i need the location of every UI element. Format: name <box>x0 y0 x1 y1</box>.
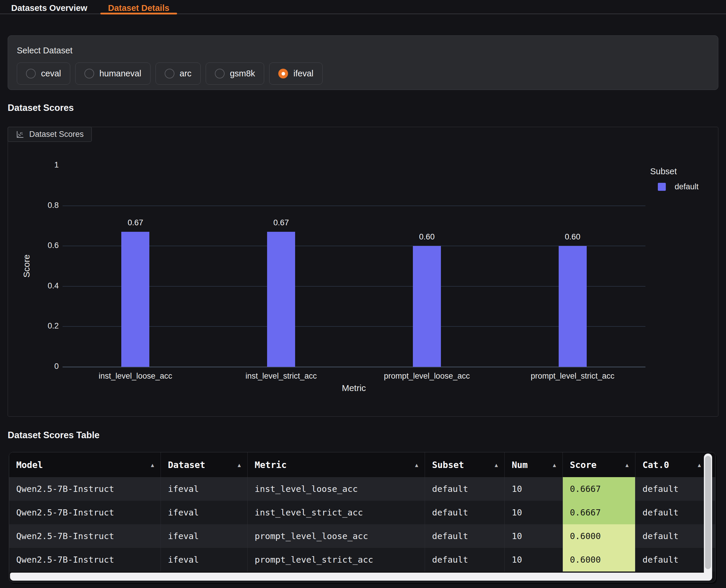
legend-item-default[interactable]: default <box>650 182 699 191</box>
column-header-label: Subset <box>432 460 464 470</box>
radio-indicator <box>165 69 175 79</box>
radio-indicator <box>215 69 225 79</box>
cell-dataset[interactable]: ifeval <box>161 548 248 571</box>
column-header-cat0[interactable]: Cat.0 ▲ <box>636 453 707 477</box>
table-row: Qwen2.5-7B-Instruct ifeval inst_level_lo… <box>9 477 715 501</box>
radio-label: ifeval <box>294 69 314 79</box>
table-row: Qwen2.5-7B-Instruct ifeval prompt_level_… <box>9 548 715 571</box>
cell-subset[interactable]: default <box>425 501 505 524</box>
sort-icon[interactable]: ▲ <box>238 462 241 468</box>
cell-metric[interactable]: inst_level_loose_acc <box>248 477 425 501</box>
radio-option-ceval[interactable]: ceval <box>17 63 70 85</box>
column-header-metric[interactable]: Metric ▲ <box>248 453 425 477</box>
cell-dataset[interactable]: ifeval <box>161 501 248 524</box>
cell-subset[interactable]: default <box>425 548 505 571</box>
dataset-scores-heading: Dataset Scores <box>8 103 74 113</box>
dataset-scores-chart-panel: 00.20.40.60.810.67inst_level_loose_acc0.… <box>8 127 718 417</box>
sort-icon[interactable]: ▲ <box>553 462 556 468</box>
sort-icon[interactable]: ▲ <box>625 462 629 468</box>
radio-option-arc[interactable]: arc <box>156 63 201 85</box>
cell-subset[interactable]: default <box>425 524 505 548</box>
bar-prompt_level_strict_acc[interactable] <box>559 246 587 367</box>
x-axis-tick-label: prompt_level_loose_acc <box>384 372 470 381</box>
chart-panel-label-text: Dataset Scores <box>29 130 84 139</box>
sort-icon[interactable]: ▲ <box>698 462 701 468</box>
cell-score[interactable]: 0.6667 <box>563 501 636 524</box>
cell-cat0[interactable]: default <box>636 524 707 548</box>
cell-subset[interactable]: default <box>425 477 505 501</box>
cell-cat0[interactable]: default <box>636 477 707 501</box>
radio-indicator <box>84 69 94 79</box>
cell-cat0[interactable]: default <box>636 548 707 571</box>
table-row: Qwen2.5-7B-Instruct ifeval inst_level_st… <box>9 501 715 524</box>
column-header-label: Num <box>512 460 528 470</box>
chart-panel-label: Dataset Scores <box>8 127 92 142</box>
cell-score[interactable]: 0.6000 <box>563 524 636 548</box>
vertical-scrollbar[interactable] <box>704 454 712 581</box>
cell-metric[interactable]: inst_level_strict_acc <box>248 501 425 524</box>
x-axis-title: Metric <box>342 383 366 393</box>
y-axis-tick-label: 0.2 <box>12 321 59 331</box>
x-axis-tick-label: inst_level_strict_acc <box>245 372 317 381</box>
chart-legend: Subset default <box>650 167 699 191</box>
bar-value-label: 0.60 <box>419 232 435 241</box>
horizontal-scrollbar[interactable] <box>10 573 712 581</box>
cell-num[interactable]: 10 <box>505 548 563 571</box>
tab-datasets-overview[interactable]: Datasets Overview <box>3 0 95 14</box>
y-axis-tick-label: 0.8 <box>12 201 59 210</box>
radio-indicator <box>26 69 36 79</box>
x-axis-tick-label: prompt_level_strict_acc <box>531 372 614 381</box>
cell-num[interactable]: 10 <box>505 524 563 548</box>
chart-plot-area: 00.20.40.60.810.67inst_level_loose_acc0.… <box>8 127 718 416</box>
sort-icon[interactable]: ▲ <box>415 462 418 468</box>
bar-inst_level_loose_acc[interactable] <box>121 232 149 367</box>
tab-dataset-details[interactable]: Dataset Details <box>100 0 177 14</box>
y-axis-tick-label: 1 <box>12 161 59 170</box>
bar-value-label: 0.60 <box>565 232 581 241</box>
column-header-model[interactable]: Model ▲ <box>9 453 161 477</box>
bar-prompt_level_loose_acc[interactable] <box>413 246 441 367</box>
column-header-score[interactable]: Score ▲ <box>563 453 636 477</box>
y-axis-tick-label: 0 <box>12 362 59 371</box>
select-dataset-panel: Select Dataset ceval humaneval arc gsm8k… <box>8 35 718 90</box>
cell-num[interactable]: 10 <box>505 477 563 501</box>
column-header-subset[interactable]: Subset ▲ <box>425 453 505 477</box>
column-header-dataset[interactable]: Dataset ▲ <box>161 453 248 477</box>
legend-swatch <box>658 183 666 191</box>
radio-option-humaneval[interactable]: humaneval <box>75 63 150 85</box>
gridline <box>63 326 645 327</box>
column-header-label: Dataset <box>168 460 205 470</box>
cell-score[interactable]: 0.6667 <box>563 477 636 501</box>
cell-num[interactable]: 10 <box>505 501 563 524</box>
gridline <box>63 246 645 246</box>
radio-option-ifeval[interactable]: ifeval <box>269 63 323 85</box>
vertical-scrollbar-thumb[interactable] <box>705 456 711 569</box>
sort-icon[interactable]: ▲ <box>151 462 154 468</box>
radio-label: ceval <box>41 69 61 79</box>
table-row: Qwen2.5-7B-Instruct ifeval prompt_level_… <box>9 524 715 548</box>
cell-model[interactable]: Qwen2.5-7B-Instruct <box>9 501 161 524</box>
cell-model[interactable]: Qwen2.5-7B-Instruct <box>9 477 161 501</box>
dataset-radio-group: ceval humaneval arc gsm8k ifeval <box>17 63 710 85</box>
gridline <box>63 206 645 206</box>
radio-option-gsm8k[interactable]: gsm8k <box>206 63 264 85</box>
dataset-scores-table: Model ▲ Dataset ▲ Metric ▲ Subset ▲ Num … <box>9 452 716 582</box>
legend-title: Subset <box>650 167 699 176</box>
bar-value-label: 0.67 <box>273 218 289 227</box>
cell-cat0[interactable]: default <box>636 501 707 524</box>
bar-value-label: 0.67 <box>128 218 143 227</box>
cell-score[interactable]: 0.6000 <box>563 548 636 571</box>
cell-dataset[interactable]: ifeval <box>161 477 248 501</box>
dataset-scores-table-heading: Dataset Scores Table <box>8 430 99 441</box>
cell-model[interactable]: Qwen2.5-7B-Instruct <box>9 548 161 571</box>
bar-inst_level_strict_acc[interactable] <box>267 232 295 367</box>
cell-dataset[interactable]: ifeval <box>161 524 248 548</box>
cell-metric[interactable]: prompt_level_loose_acc <box>248 524 425 548</box>
cell-model[interactable]: Qwen2.5-7B-Instruct <box>9 524 161 548</box>
cell-metric[interactable]: prompt_level_strict_acc <box>248 548 425 571</box>
y-axis-tick-label: 0.4 <box>12 281 59 291</box>
sort-icon[interactable]: ▲ <box>495 462 498 468</box>
column-header-num[interactable]: Num ▲ <box>505 453 563 477</box>
gridline <box>63 286 645 287</box>
y-axis-tick-label: 0.6 <box>12 241 59 250</box>
